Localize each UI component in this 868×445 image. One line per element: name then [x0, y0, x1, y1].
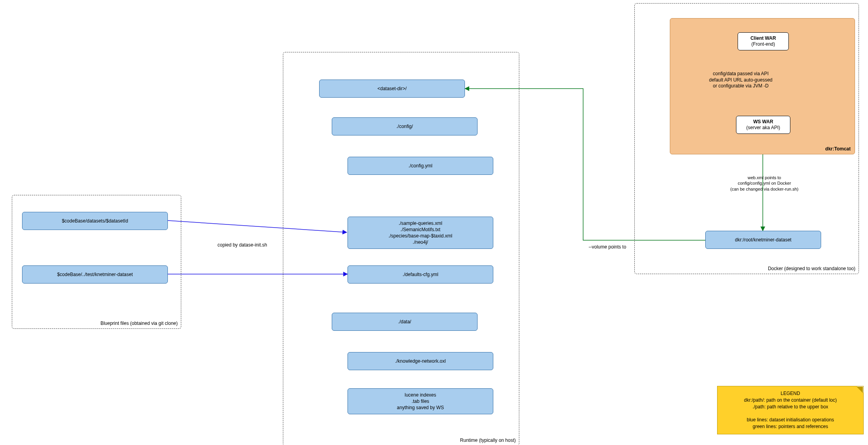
node-config-dir: ./config/ [332, 117, 478, 135]
node-sample-files: ./sample-queries.xml ./SemanicMotifs.txt… [348, 217, 493, 249]
node-ws-war: WS WAR (server aka API) [736, 116, 790, 134]
node-lucene: lucene indexes .tab files anything saved… [348, 388, 493, 414]
node-data-dir: ./data/ [332, 313, 478, 331]
node-codebase-datasets: $codeBase/datasets/$datasetId [22, 212, 168, 230]
ws-war-title: WS WAR [753, 119, 773, 125]
node-dataset-dir: <dataset-dir>/ [319, 80, 465, 98]
node-config-yml: ./config.yml [348, 157, 493, 175]
edge-label-api-note: config/data passed via API default API U… [693, 71, 788, 89]
client-war-title: Client WAR [751, 35, 776, 41]
group-runtime-label: Runtime (typically on host) [460, 438, 516, 443]
group-blueprint-label: Blueprint files (obtained via git clone) [100, 321, 178, 326]
node-client-war: Client WAR (Front-end) [738, 32, 789, 50]
group-docker-label: Docker (designed to work standalone too) [768, 266, 855, 271]
node-codebase-test: $codeBase/../test/knetminer-dataset [22, 265, 168, 284]
tomcat-label: dkr:Tomcat [825, 146, 851, 152]
node-defaults-cfg: ./defaults-cfg.yml [348, 265, 493, 284]
edge-label-volume: --volume points to [589, 244, 652, 250]
legend-note: LEGEND dkr:/path/: path on the container… [717, 386, 864, 434]
node-dkr-root-dataset: dkr:/root/knetminer-dataset [705, 231, 821, 249]
node-oxl: ./knowledge-network.oxl [348, 352, 493, 370]
edge-label-copied-by: copied by datase-init.sh [197, 242, 288, 248]
edge-label-webxml: web.xml points to config/config.yml on D… [709, 175, 820, 192]
ws-war-subtitle: (server aka API) [746, 125, 780, 131]
client-war-subtitle: (Front-end) [751, 41, 775, 47]
